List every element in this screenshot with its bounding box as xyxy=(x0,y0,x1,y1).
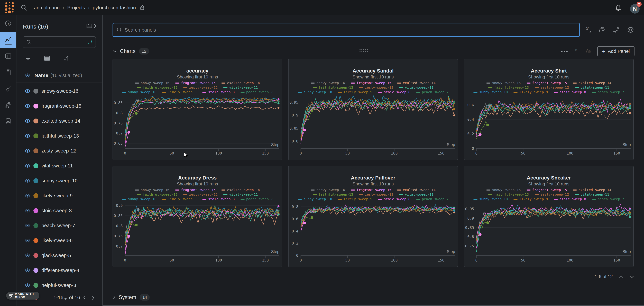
rail-item-artifacts[interactable] xyxy=(0,113,16,129)
legend-item[interactable]: zesty-sweep-12 xyxy=(535,85,569,90)
panel-search-box[interactable] xyxy=(112,23,580,37)
run-name-label[interactable]: peach-sweep-7 xyxy=(42,223,75,228)
charts-next-page-chevron-icon[interactable] xyxy=(630,275,634,278)
system-section-title[interactable]: System xyxy=(119,294,136,300)
section-smoothing-icon[interactable] xyxy=(586,48,592,54)
run-row[interactable]: faithful-sweep-13 xyxy=(16,128,102,143)
legend-item[interactable]: exalted-sweep-14 xyxy=(573,81,611,85)
run-row[interactable]: snowy-sweep-16 xyxy=(16,84,102,99)
visibility-eye-icon[interactable] xyxy=(24,208,31,213)
visibility-eye-icon[interactable] xyxy=(24,104,31,108)
group-list-icon[interactable] xyxy=(44,56,50,61)
visibility-eye-icon[interactable] xyxy=(24,73,31,78)
breadcrumb-item[interactable]: pytorch-cnn-fashion xyxy=(93,5,136,11)
chart-plot-area[interactable]: 0.70.750.80.850.9050100150Step xyxy=(113,201,282,267)
breadcrumb-item[interactable]: Projects xyxy=(67,5,85,11)
legend-item[interactable]: vital-sweep-11 xyxy=(575,85,609,90)
run-row[interactable]: different-sweep-4 xyxy=(16,263,102,278)
legend-item[interactable]: likely-sweep-9 xyxy=(514,90,548,94)
legend-item[interactable]: likely-sweep-9 xyxy=(162,90,196,94)
runs-next-page-chevron-icon[interactable] xyxy=(91,295,95,300)
runs-search-box[interactable]: .* xyxy=(23,36,96,48)
visibility-eye-icon[interactable] xyxy=(24,253,31,258)
section-drag-handle[interactable] xyxy=(359,48,368,53)
legend-item[interactable]: snowy-sweep-16 xyxy=(135,188,170,192)
run-name-label[interactable]: likely-sweep-6 xyxy=(42,238,73,243)
visibility-eye-icon[interactable] xyxy=(24,193,31,198)
visibility-eye-icon[interactable] xyxy=(24,149,31,153)
legend-item[interactable]: stoic-sweep-8 xyxy=(202,197,235,201)
visibility-eye-icon[interactable] xyxy=(24,119,31,123)
legend-item[interactable]: vital-sweep-11 xyxy=(399,192,434,197)
run-name-label[interactable]: likely-sweep-9 xyxy=(42,193,73,198)
legend-item[interactable]: faithful-sweep-13 xyxy=(313,85,353,90)
legend-item[interactable]: faithful-sweep-13 xyxy=(488,192,529,197)
legend-item[interactable]: zesty-sweep-12 xyxy=(359,192,394,197)
legend-item[interactable]: fragrant-sweep-15 xyxy=(175,188,216,192)
legend-item[interactable]: snowy-sweep-16 xyxy=(311,81,345,85)
run-name-label[interactable]: sunny-sweep-10 xyxy=(42,178,78,184)
runs-table-icon[interactable] xyxy=(86,23,92,29)
charts-collapse-chevron-icon[interactable] xyxy=(112,50,117,53)
rail-item-tables[interactable] xyxy=(0,48,16,64)
legend-item[interactable]: peach-sweep-7 xyxy=(416,197,449,201)
legend-item[interactable]: fragrant-sweep-15 xyxy=(351,81,392,85)
smoothing-iron-icon[interactable] xyxy=(598,26,606,34)
horizontal-scrollbar[interactable] xyxy=(103,305,644,306)
visibility-eye-icon[interactable] xyxy=(24,283,31,287)
remove-outliers-icon[interactable] xyxy=(613,26,620,34)
visibility-eye-icon[interactable] xyxy=(24,164,31,168)
run-name-label[interactable]: glad-sweep-5 xyxy=(42,253,71,258)
legend-item[interactable]: stoic-sweep-8 xyxy=(554,90,586,94)
legend-item[interactable]: likely-sweep-9 xyxy=(514,197,548,201)
run-row[interactable]: zesty-sweep-12 xyxy=(16,143,102,158)
rail-item-sweeps[interactable] xyxy=(0,81,16,97)
legend-item[interactable]: snowy-sweep-16 xyxy=(135,81,170,85)
legend-item[interactable]: sunny-sweep-10 xyxy=(298,90,332,94)
legend-item[interactable]: vital-sweep-11 xyxy=(575,192,609,197)
legend-item[interactable]: likely-sweep-9 xyxy=(338,197,372,201)
chart-panel[interactable]: accuracyShowing first 10 runssnowy-sweep… xyxy=(112,59,282,160)
legend-item[interactable]: exalted-sweep-14 xyxy=(221,81,260,85)
settings-gear-icon[interactable] xyxy=(627,26,634,34)
chart-plot-area[interactable]: 00.20.40.60.8050100150Step xyxy=(288,201,458,267)
visibility-eye-icon[interactable] xyxy=(24,178,31,183)
legend-item[interactable]: exalted-sweep-14 xyxy=(397,81,436,85)
chart-panel[interactable]: Accuracy SneakerShowing first 10 runssno… xyxy=(464,166,634,267)
system-expand-chevron-icon[interactable] xyxy=(112,295,116,299)
run-row[interactable]: likely-sweep-6 xyxy=(16,233,102,248)
visibility-eye-icon[interactable] xyxy=(24,223,31,228)
legend-item[interactable]: exalted-sweep-14 xyxy=(397,188,436,192)
rail-item-launch[interactable] xyxy=(0,97,16,113)
run-name-label[interactable]: helpful-sweep-3 xyxy=(42,282,76,288)
legend-item[interactable]: zesty-sweep-12 xyxy=(183,192,218,197)
chart-panel[interactable]: Accuracy SandalShowing first 10 runssnow… xyxy=(288,59,458,160)
expand-table-chevron-icon[interactable] xyxy=(93,24,97,29)
run-name-label[interactable]: zesty-sweep-12 xyxy=(42,148,76,154)
run-row[interactable]: stoic-sweep-8 xyxy=(16,203,102,218)
legend-item[interactable]: peach-sweep-7 xyxy=(240,197,273,201)
run-name-label[interactable]: fragrant-sweep-15 xyxy=(42,103,81,109)
runs-prev-page-chevron-icon[interactable] xyxy=(82,295,87,300)
notifications-bell-icon[interactable] xyxy=(615,5,622,12)
legend-item[interactable]: likely-sweep-9 xyxy=(162,197,196,201)
rail-item-jobs[interactable] xyxy=(0,64,16,81)
legend-item[interactable]: sunny-sweep-10 xyxy=(474,197,508,201)
section-x-axis-icon[interactable]: x xyxy=(574,48,580,54)
section-more-icon[interactable] xyxy=(561,50,568,52)
legend-item[interactable]: faithful-sweep-13 xyxy=(313,192,353,197)
legend-item[interactable]: peach-sweep-7 xyxy=(240,90,273,94)
chart-panel[interactable]: Accuracy PulloverShowing first 10 runssn… xyxy=(288,166,458,267)
legend-item[interactable]: faithful-sweep-13 xyxy=(137,192,178,197)
chart-plot-area[interactable]: 0.80.850.90.95050100150Step xyxy=(288,94,458,160)
run-row[interactable]: helpful-sweep-3 xyxy=(16,278,102,293)
legend-item[interactable]: peach-sweep-7 xyxy=(416,90,449,94)
legend-item[interactable]: fragrant-sweep-15 xyxy=(526,188,567,192)
rail-item-overview[interactable]: i xyxy=(0,15,16,32)
legend-item[interactable]: faithful-sweep-13 xyxy=(137,85,178,90)
legend-item[interactable]: peach-sweep-7 xyxy=(592,197,624,201)
rail-item-charts[interactable] xyxy=(0,32,16,48)
breadcrumb-item[interactable]: anmolmann xyxy=(34,5,60,11)
runs-search-input[interactable] xyxy=(32,39,87,45)
legend-item[interactable]: zesty-sweep-12 xyxy=(183,85,218,90)
